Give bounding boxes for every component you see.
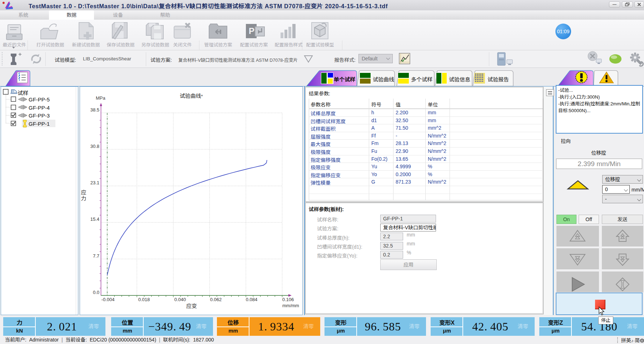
svg-text:P: P [249,26,254,36]
